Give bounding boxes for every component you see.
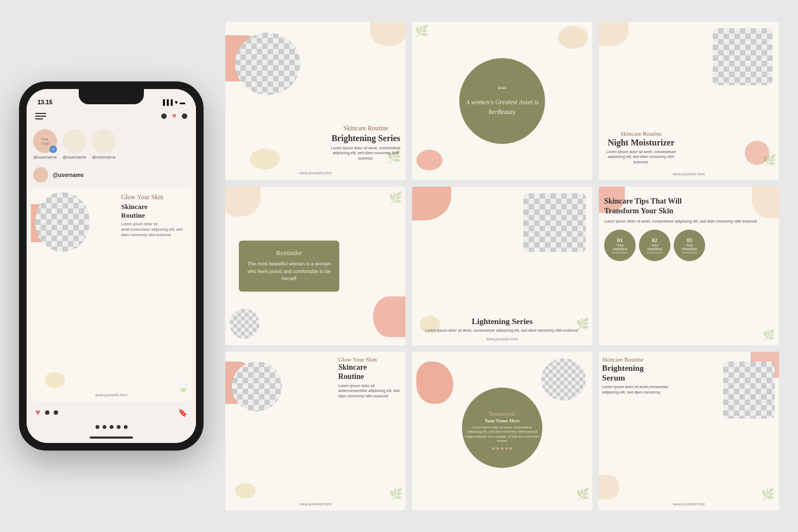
phone-home-bar xyxy=(27,432,196,443)
card-quote: ““ A women's Greatest Asset is herBeauty… xyxy=(412,22,592,180)
nav-dot-5 xyxy=(124,425,128,429)
card5-image xyxy=(523,193,586,252)
card3-script: Skincare Routine xyxy=(603,130,679,137)
story-item-2[interactable]: @username xyxy=(62,129,86,160)
card6-body: Lorem ipsum dolor sit amet, consectetuer… xyxy=(604,219,774,224)
card8-blob-pink xyxy=(416,362,453,404)
post-body-text: Lorem ipsum dolor sit amet,consectetur a… xyxy=(121,221,186,237)
card5-content: Lightening Series Lorem ipsum dolor sit … xyxy=(416,317,588,333)
card8-script: Testimonial! xyxy=(465,411,540,417)
card-reminder: Reminder The most beautiful woman is a w… xyxy=(225,187,406,345)
nav-dot-3 xyxy=(110,425,113,429)
post-blob-cream xyxy=(45,372,65,388)
story-avatar-1: YourLogo xyxy=(33,129,57,153)
share-icon[interactable] xyxy=(54,410,58,415)
card7-url: www.yourweb.here xyxy=(299,502,331,506)
card3-blob-tl xyxy=(599,22,629,46)
card2-blob-tr xyxy=(558,26,588,49)
card9-url: www.yourweb.here xyxy=(673,502,705,506)
action-left-icons: ♥ xyxy=(35,408,58,417)
card9-script: Skincare Routine xyxy=(602,356,677,363)
story-item-3[interactable]: @username xyxy=(92,129,116,160)
card-skincare-routine-2: 🌿 Glow Your Skin Skincare Routine Lorem … xyxy=(225,352,406,510)
card4-quote-text: The most beautiful woman is a woman who … xyxy=(246,261,332,283)
card4-script-label: Reminder xyxy=(246,249,332,257)
battery-icon: ▬ xyxy=(180,99,185,105)
card3-title: Night Moisturizer xyxy=(603,138,679,148)
phone-actions: ♥ 🔖 xyxy=(27,403,196,422)
card8-leaf: 🌿 xyxy=(576,487,590,501)
post-image xyxy=(35,192,90,252)
card6-content: Skincare Tips That Will Transform Your S… xyxy=(604,197,774,261)
card9-content: Skincare Routine Brightening Serum Lorem… xyxy=(602,356,677,395)
card1-body: Lorem ipsum dolor sit amet, consectetuer… xyxy=(331,145,401,161)
card6-step-3: 03 YourHeadline Lorem ipsum xyxy=(674,230,705,261)
card5-url: www.yourweb.here xyxy=(486,337,518,341)
card6-steps-row: 01 YourHeadline Lorem ipsum 02 YourHeadl… xyxy=(604,230,774,261)
card2-blob-bl xyxy=(416,150,442,170)
nav-dot-4 xyxy=(117,425,121,429)
phone-time: 13.15 xyxy=(37,99,53,105)
card3-content: Skincare Routine Night Moisturizer Lorem… xyxy=(603,130,679,165)
card6-step-1: 01 YourHeadline Lorem ipsum xyxy=(604,230,636,261)
step3-label: YourHeadline xyxy=(682,243,697,251)
step3-text: Lorem ipsum xyxy=(682,251,698,254)
post-url: www.yourweb.here xyxy=(95,393,127,397)
phone-header: ♥ xyxy=(27,107,196,125)
phone-screen: 13.15 ▐▐▐ ▾ ▬ ♥ xyxy=(27,89,196,443)
card-brightening-serum: 🌿 Skincare Routine Brightening Serum Lor… xyxy=(599,352,779,510)
dot-icon-1 xyxy=(161,113,167,119)
card4-leaf: 🌿 xyxy=(389,191,402,204)
card-skincare-tips: Skincare Tips That Will Transform Your S… xyxy=(599,187,779,345)
card-lightening-series: 🌿 Lightening Series Lorem ipsum dolor si… xyxy=(412,187,592,345)
step1-num: 01 xyxy=(617,237,623,243)
hamburger-icon[interactable] xyxy=(35,113,46,119)
card2-leaf: 🌿 xyxy=(415,24,428,37)
step1-text: Lorem ipsum xyxy=(612,251,628,254)
comment-icon[interactable] xyxy=(45,410,49,415)
heart-icon[interactable]: ♥ xyxy=(172,112,176,121)
card4-blob-tl xyxy=(225,187,261,217)
card5-body: Lorem ipsum dolor sit amet, consectetuer… xyxy=(416,328,588,333)
card8-stars: ★★★★★ xyxy=(465,446,540,451)
phone-mockup: 13.15 ▐▐▐ ▾ ▬ ♥ xyxy=(19,81,204,451)
status-icons: ▐▐▐ ▾ ▬ xyxy=(161,99,185,105)
phone-stories: YourLogo @username @username @username xyxy=(27,125,196,164)
card9-blob-bl xyxy=(599,475,619,499)
card7-content: Glow Your Skin Skincare Routine Lorem ip… xyxy=(338,356,402,399)
step2-text: Lorem ipsum xyxy=(647,251,663,254)
card3-url: www.yourweb.here xyxy=(673,172,705,176)
bookmark-icon[interactable]: 🔖 xyxy=(178,408,187,417)
card5-blob-tl xyxy=(412,187,451,220)
card1-blob-cream xyxy=(250,149,280,169)
card7-leaf: 🌿 xyxy=(389,487,403,501)
card8-body: Lorem ipsum dolor sit amet, consectetuer… xyxy=(465,425,540,444)
step2-label: YourHeadline xyxy=(647,243,662,251)
card3-image xyxy=(713,28,772,85)
card6-title: Skincare Tips That Will Transform Your S… xyxy=(604,197,774,216)
story-item-1[interactable]: YourLogo @username xyxy=(33,129,57,160)
card5-title: Lightening Series xyxy=(416,317,588,326)
user-avatar xyxy=(33,167,48,182)
dot-icon-2 xyxy=(182,113,187,119)
card8-quote-content: Testimonial! Your Name Here Lorem ipsum … xyxy=(465,411,540,451)
card6-step-2: 02 YourHeadline Lorem ipsum xyxy=(639,230,670,261)
card7-image xyxy=(232,362,282,411)
story-label-1: @username xyxy=(33,155,57,160)
card9-body: Lorem ipsum dolor sit amet,consectetur a… xyxy=(602,384,677,395)
card2-quote-content: ““ A women's Greatest Asset is herBeauty xyxy=(462,85,542,117)
leaf-decoration: 🍃 xyxy=(177,381,189,393)
like-icon[interactable]: ♥ xyxy=(35,408,41,417)
card9-image xyxy=(723,362,775,419)
card-grid: 🌿 Skincare Routine Brightening Series Lo… xyxy=(225,22,779,510)
wifi-icon: ▾ xyxy=(175,99,178,105)
card4-image xyxy=(230,309,259,339)
nav-dot-1 xyxy=(96,425,99,429)
signal-icon: ▐▐▐ xyxy=(161,99,173,105)
phone-nav-dots xyxy=(27,422,196,432)
card-night-moisturizer: 🌿 Skincare Routine Night Moisturizer Lor… xyxy=(599,22,779,180)
card1-title: Brightening Series xyxy=(331,134,401,143)
card2-quote-mark: ““ xyxy=(462,85,542,95)
card7-title: Skincare Routine xyxy=(338,363,402,382)
card1-content: Skincare Routine Brightening Series Lore… xyxy=(331,124,401,161)
